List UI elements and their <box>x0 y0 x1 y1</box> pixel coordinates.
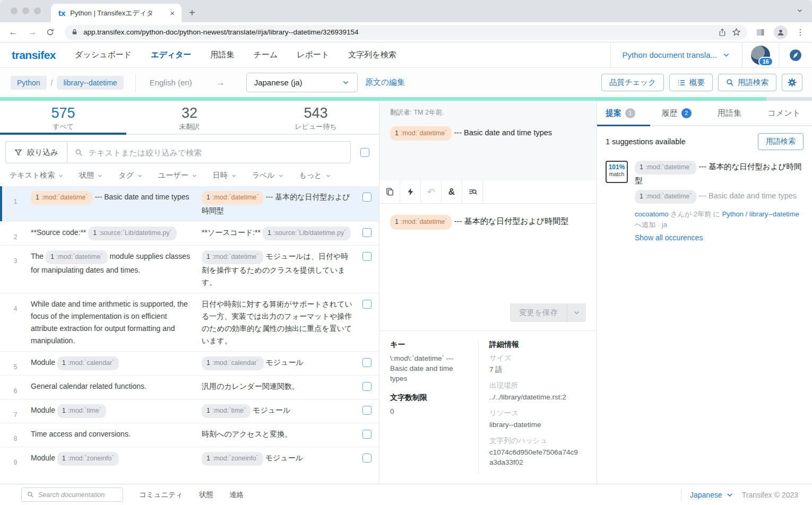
row-checkbox[interactable] <box>362 382 372 391</box>
target-language-value: Japanese (ja) <box>254 78 303 87</box>
quality-check-button[interactable]: 品質チェック <box>601 74 664 91</box>
suggestion-meta-link[interactable]: cocoatomo <box>635 210 669 218</box>
string-tab-3[interactable]: 543レビュー待ち <box>253 101 379 134</box>
select-all-checkbox[interactable] <box>360 148 369 157</box>
overview-button[interactable]: 概要 <box>669 74 713 91</box>
nav-item-2[interactable]: エディター <box>151 50 191 60</box>
doc-search-input[interactable] <box>38 491 125 499</box>
tag-code: :mod:`calendar` <box>68 359 115 367</box>
tab-close-icon[interactable]: × <box>168 8 176 18</box>
transifex-logo[interactable]: transifex <box>12 49 56 62</box>
filter-chip-2[interactable]: 状態 <box>79 171 102 180</box>
forward-icon[interactable]: → <box>27 27 38 38</box>
term-search-button-right[interactable]: 用語検索 <box>758 133 804 150</box>
string-row[interactable]: 9Module 1:mod:`zoneinfo` 1:mod:`zoneinfo… <box>0 447 379 471</box>
address-bar[interactable]: app.transifex.com/python-doc/python-newe… <box>65 25 747 40</box>
row-checkbox[interactable] <box>362 193 372 202</box>
row-checkbox[interactable] <box>362 430 372 439</box>
edit-source-link[interactable]: 原文の編集 <box>365 77 405 88</box>
string-row[interactable]: 7Module 1:mod:`time` 1:mod:`time` モジュール <box>0 399 379 423</box>
translation-cell: 1:mod:`calendar` モジュール <box>202 356 355 371</box>
string-row[interactable]: 6General calendar related functions.汎用のカ… <box>0 375 379 399</box>
user-avatar[interactable]: 16 <box>742 42 779 67</box>
filter-button[interactable]: 絞り込み <box>6 142 67 163</box>
settings-button[interactable] <box>782 74 802 91</box>
nav-item-6[interactable]: 文字列を検索 <box>348 50 396 60</box>
browser-profile-avatar[interactable] <box>774 25 788 39</box>
show-all-occurrences-link[interactable]: Show all occurences <box>635 232 804 244</box>
row-checkbox[interactable] <box>362 228 372 237</box>
row-checkbox[interactable] <box>362 454 372 463</box>
term-search-button[interactable]: 用語検索 <box>718 74 776 91</box>
filter-chip-1[interactable]: テキスト検索 <box>10 171 63 180</box>
footer-link-2[interactable]: 状態 <box>199 490 213 500</box>
nav-item-5[interactable]: レポート <box>297 50 329 60</box>
minimize-window-icon[interactable] <box>22 7 29 14</box>
explore-compass-icon[interactable] <box>779 42 812 67</box>
row-checkbox[interactable] <box>362 358 372 367</box>
filter-chip-4[interactable]: ユーザー <box>158 171 197 180</box>
zoom-window-icon[interactable] <box>34 7 41 14</box>
breadcrumb-project[interactable]: Python <box>11 76 47 90</box>
close-window-icon[interactable] <box>11 7 18 14</box>
nav-item-3[interactable]: 用語集 <box>211 50 235 60</box>
new-tab-button[interactable]: + <box>189 7 195 19</box>
reload-icon[interactable] <box>46 28 57 37</box>
save-button-label[interactable]: 変更を保存 <box>510 303 567 322</box>
string-row[interactable]: 8Time access and conversions.時刻へのアクセスと変換… <box>0 423 379 447</box>
special-characters-icon[interactable]: & <box>442 180 462 203</box>
breadcrumb-resource[interactable]: library--datetime <box>57 76 123 90</box>
browser-tab[interactable]: tx Python | Transifexエディタ × <box>51 4 182 22</box>
nav-item-1[interactable]: ダッシュボード <box>75 50 132 60</box>
filter-chip-5[interactable]: 日時 <box>213 171 236 180</box>
filter-chip-7[interactable]: もっと <box>299 171 331 180</box>
suggestion-card[interactable]: 101% match 1:mod:`datetime` --- 基本的な日付型お… <box>597 155 812 249</box>
translation-editor[interactable]: 1:mod:`datetime` --- 基本的な日付型および時間型 <box>379 204 597 303</box>
context-tab-3[interactable]: 用語集 <box>718 108 741 118</box>
string-search[interactable] <box>67 148 350 157</box>
project-selector[interactable]: Python document transla... <box>610 42 742 67</box>
string-row[interactable]: 5Module 1:mod:`calendar` 1:mod:`calendar… <box>0 351 379 375</box>
copy-icon[interactable] <box>379 180 400 203</box>
save-options-chevron-icon[interactable] <box>567 303 586 322</box>
context-tab-2[interactable]: 履歴2 <box>662 108 692 118</box>
editor-main: 575すべて32未翻訳543レビュー待ち 絞り込み <box>0 101 812 484</box>
nav-item-4[interactable]: チーム <box>254 50 278 60</box>
match-label: match <box>607 171 627 177</box>
string-search-input[interactable] <box>89 148 343 157</box>
concordance-search-icon[interactable] <box>462 180 483 203</box>
string-tab-2[interactable]: 32未翻訳 <box>126 101 253 134</box>
footer-language-select[interactable]: Japanese <box>690 491 733 499</box>
string-tab-1[interactable]: 575すべて <box>0 101 126 134</box>
translation-cell: **ソースコード:** 1:source:`Lib/datetime.py` <box>202 227 355 241</box>
share-icon[interactable] <box>718 28 727 37</box>
tab-search-chevron-icon[interactable] <box>796 7 804 14</box>
row-checkbox[interactable] <box>362 406 372 415</box>
machine-translation-icon[interactable] <box>400 180 421 203</box>
back-icon[interactable]: ← <box>7 27 19 38</box>
suggestions-count: 1 suggestions available <box>606 137 686 146</box>
target-language-select[interactable]: Japanese (ja) <box>246 73 358 92</box>
side-panel-icon[interactable] <box>756 28 765 37</box>
funnel-icon <box>14 149 22 156</box>
filter-chip-6[interactable]: ラベル <box>252 171 283 180</box>
context-tab-4[interactable]: コメント <box>768 108 800 118</box>
save-button[interactable]: 変更を保存 <box>510 303 586 322</box>
undo-icon[interactable]: ↶ <box>421 180 442 203</box>
translation-cell: 1:mod:`datetime` モジュールは、日付や時刻を操作するためのクラス… <box>202 250 355 289</box>
context-tab-1[interactable]: 提案1 <box>606 108 635 118</box>
filter-chip-3[interactable]: タグ <box>118 171 142 180</box>
window-controls[interactable] <box>11 7 41 14</box>
browser-menu-icon[interactable]: ⋮ <box>796 27 805 37</box>
suggestion-meta-link[interactable]: Python / library--datetime <box>722 210 799 218</box>
footer-link-1[interactable]: コミュニティ <box>139 490 183 500</box>
row-checkbox[interactable] <box>362 252 372 261</box>
string-row[interactable]: 2**Source code:** 1:source:`Lib/datetime… <box>0 221 379 245</box>
bookmark-star-icon[interactable] <box>732 28 741 37</box>
doc-search-box[interactable] <box>21 487 123 502</box>
string-row[interactable]: 4While date and time arithmetic is suppo… <box>0 293 379 351</box>
string-row[interactable]: 3The 1:mod:`datetime` module supplies cl… <box>0 245 379 293</box>
string-row[interactable]: 11:mod:`datetime` --- Basic date and tim… <box>0 186 379 221</box>
footer-link-3[interactable]: 連絡 <box>229 490 244 500</box>
row-checkbox[interactable] <box>362 300 372 309</box>
